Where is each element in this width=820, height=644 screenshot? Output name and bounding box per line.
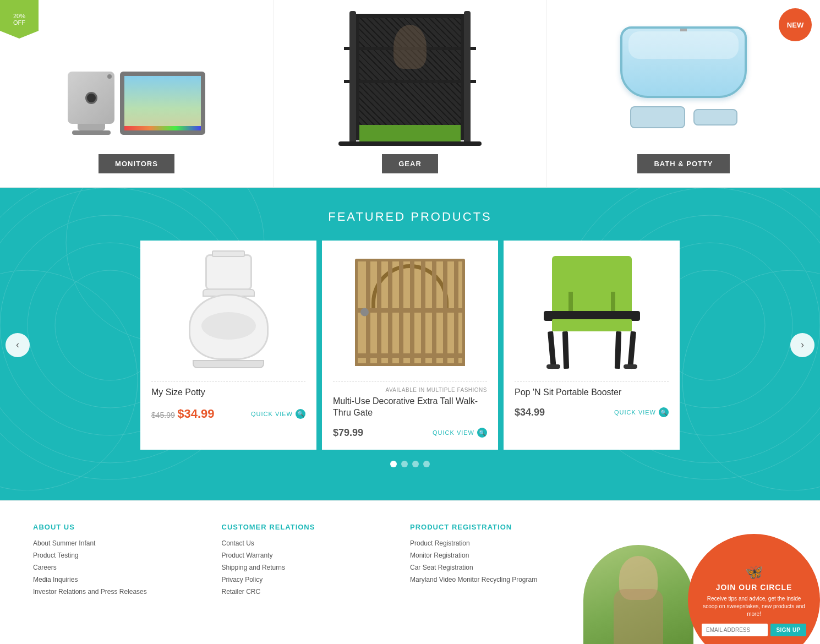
product-card-potty: My Size Potty $45.99 $34.99 QUICK VIEW 🔍 (140, 241, 316, 450)
product-card-gate: AVAILABLE IN MULTIPLE FASHIONS Multi-Use… (322, 241, 498, 450)
camera-unit (68, 72, 114, 135)
bath-button[interactable]: BATH & POTTY (637, 154, 729, 173)
product-name-potty: My Size Potty (151, 387, 305, 399)
email-form: SIGN UP (702, 624, 806, 636)
footer-link-prod-reg[interactable]: Product Registration (410, 539, 599, 547)
price-new-potty: $34.99 (177, 407, 214, 421)
signup-button[interactable]: SIGN UP (770, 624, 806, 636)
footer-link-monitor-reg[interactable]: Monitor Registration (410, 552, 599, 559)
footer-link-contact[interactable]: Contact Us (222, 539, 411, 547)
category-bath[interactable]: NEW BATH & POTTY (547, 0, 820, 187)
carousel-prev-button[interactable]: ‹ (6, 333, 30, 357)
product-pricing-potty: $45.99 $34.99 QUICK VIEW 🔍 (151, 407, 305, 421)
quick-view-icon-potty: 🔍 (296, 409, 305, 419)
footer-about: ABOUT US About Summer Infant Product Tes… (33, 523, 222, 644)
footer-link-privacy[interactable]: Privacy Policy (222, 576, 411, 583)
footer: ABOUT US About Summer Infant Product Tes… (0, 500, 820, 644)
dot-3[interactable] (412, 461, 419, 467)
product-card-booster: Pop 'N Sit Portable Booster $34.99 QUICK… (504, 241, 680, 450)
booster-image (515, 252, 669, 373)
footer-registration: PRODUCT REGISTRATION Product Registratio… (410, 523, 599, 644)
quick-view-gate[interactable]: QUICK VIEW 🔍 (433, 428, 487, 438)
category-section: 20% OFF MONITORS (0, 0, 820, 188)
price-old-potty: $45.99 (151, 411, 175, 419)
product-name-gate: Multi-Use Decorative Extra Tall Walk-Thr… (333, 396, 487, 419)
product-label-gate: AVAILABLE IN MULTIPLE FASHIONS (333, 387, 487, 393)
dot-2[interactable] (401, 461, 408, 467)
footer-link-shipping[interactable]: Shipping and Returns (222, 564, 411, 571)
footer-link-media[interactable]: Media Inquiries (33, 576, 222, 583)
products-container: ‹ (0, 241, 820, 450)
category-monitors[interactable]: 20% OFF MONITORS (0, 0, 274, 187)
product-pricing-booster: $34.99 QUICK VIEW 🔍 (515, 407, 669, 418)
join-circle-title: JOIN OUR CIRCLE (716, 583, 792, 592)
footer-link-retailer[interactable]: Retailer CRC (222, 588, 411, 596)
quick-view-icon-gate: 🔍 (477, 428, 487, 438)
mother-baby-photo (583, 545, 693, 644)
footer-link-investor[interactable]: Investor Relations and Press Releases (33, 588, 222, 596)
featured-section: FEATURED PRODUCTS ‹ (0, 188, 820, 500)
gate-image (333, 252, 487, 373)
footer-link-careers[interactable]: Careers (33, 564, 222, 571)
join-circle-box: 🦋 JOIN OUR CIRCLE Receive tips and advic… (688, 534, 820, 644)
footer-right-area: 🦋 JOIN OUR CIRCLE Receive tips and advic… (583, 545, 820, 644)
quick-view-booster[interactable]: QUICK VIEW 🔍 (614, 407, 669, 417)
footer-link-about-summer[interactable]: About Summer Infant (33, 539, 222, 547)
monitors-image (0, 0, 273, 154)
monitors-button[interactable]: MONITORS (99, 154, 174, 173)
price-gate: $79.99 (333, 427, 363, 439)
footer-customer-heading: CUSTOMER RELATIONS (222, 523, 411, 531)
footer-customer: CUSTOMER RELATIONS Contact Us Product Wa… (222, 523, 411, 644)
join-circle-text: Receive tips and advice, get the inside … (702, 595, 806, 618)
product-divider-booster (515, 381, 669, 381)
butterfly-icon: 🦋 (745, 564, 763, 581)
carousel-next-button[interactable]: › (790, 333, 814, 357)
discount-badge: 20% OFF (0, 0, 39, 39)
footer-about-heading: ABOUT US (33, 523, 222, 531)
product-pricing-gate: $79.99 QUICK VIEW 🔍 (333, 427, 487, 439)
dot-4[interactable] (423, 461, 430, 467)
footer-link-product-testing[interactable]: Product Testing (33, 552, 222, 559)
product-divider-gate (333, 381, 487, 381)
footer-link-maryland[interactable]: Maryland Video Monitor Recycling Program (410, 576, 599, 583)
category-gear[interactable]: GEAR (274, 0, 547, 187)
product-name-booster: Pop 'N Sit Portable Booster (515, 387, 669, 399)
quick-view-potty[interactable]: QUICK VIEW 🔍 (251, 409, 305, 419)
product-divider (151, 381, 305, 381)
potty-image (151, 252, 305, 373)
footer-registration-heading: PRODUCT REGISTRATION (410, 523, 599, 531)
price-booster: $34.99 (515, 407, 545, 418)
email-input[interactable] (702, 624, 768, 636)
quick-view-icon-booster: 🔍 (659, 407, 669, 417)
footer-link-carseat-reg[interactable]: Car Seat Registration (410, 564, 599, 571)
monitor-screen (120, 72, 205, 135)
dot-1[interactable] (390, 461, 397, 467)
gear-image (274, 0, 546, 154)
new-badge: NEW (779, 8, 812, 41)
footer-link-warranty[interactable]: Product Warranty (222, 552, 411, 559)
gear-button[interactable]: GEAR (382, 154, 438, 173)
